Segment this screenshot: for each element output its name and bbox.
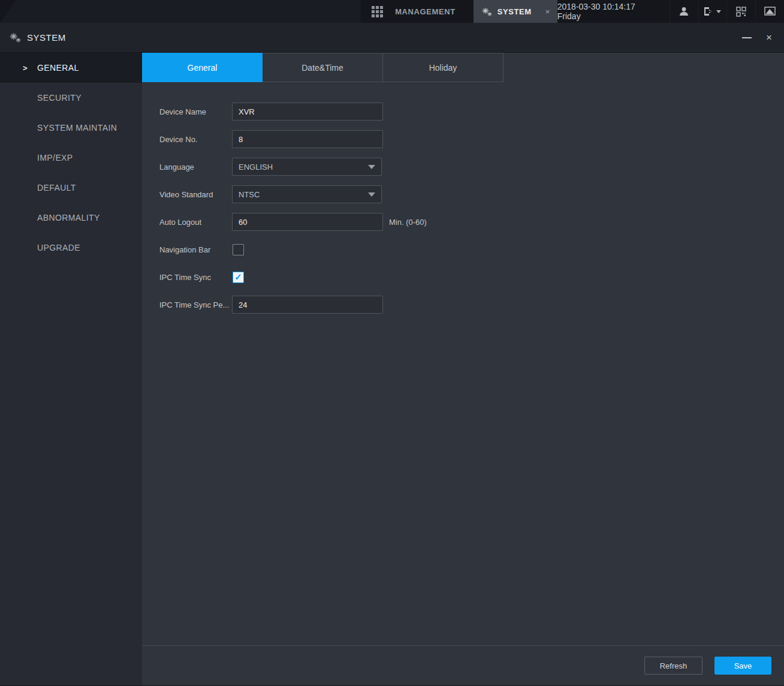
- auto-logout-unit-hint: Min. (0-60): [389, 218, 427, 227]
- tab-label: Holiday: [429, 63, 457, 73]
- footer-bar: Refresh Save: [142, 645, 784, 685]
- navigation-bar-checkbox[interactable]: [233, 244, 244, 255]
- tab-management[interactable]: MANAGEMENT: [394, 0, 474, 23]
- device-no-label: Device No.: [159, 135, 232, 144]
- chevron-down-icon: [368, 192, 375, 197]
- qr-code-icon: [736, 7, 746, 17]
- sidebar-item-abnormality[interactable]: ABNORMALITY: [0, 203, 142, 233]
- tab-system-label: SYSTEM: [497, 7, 532, 16]
- main-area: > GENERAL SECURITY SYSTEM MAINTAIN IMP/E…: [0, 53, 784, 685]
- ipc-time-sync-period-input[interactable]: [232, 296, 383, 314]
- auto-logout-input[interactable]: [232, 213, 383, 231]
- close-icon[interactable]: ×: [766, 32, 772, 43]
- video-standard-label: Video Standard: [159, 190, 232, 199]
- user-account-button[interactable]: [670, 0, 698, 23]
- device-name-input[interactable]: [232, 103, 383, 121]
- form-row-ipc-time-sync: IPC Time Sync ✓: [159, 268, 784, 286]
- sidebar-item-system-maintain[interactable]: SYSTEM MAINTAIN: [0, 113, 142, 143]
- apps-grid-icon: [372, 6, 383, 17]
- active-item-arrow-icon: >: [23, 64, 28, 73]
- gears-icon: [482, 7, 492, 16]
- chevron-down-icon: [368, 165, 375, 169]
- navigation-bar-label: Navigation Bar: [159, 245, 232, 254]
- language-label: Language: [159, 163, 232, 172]
- tab-label: Date&Time: [301, 63, 343, 73]
- sidebar-item-security[interactable]: SECURITY: [0, 83, 142, 113]
- content-tabs: General Date&Time Holiday: [142, 53, 784, 82]
- ipc-time-sync-label: IPC Time Sync: [159, 273, 232, 282]
- sidebar-item-label: UPGRADE: [37, 243, 80, 252]
- tab-system-close-icon[interactable]: ×: [545, 7, 550, 16]
- monitor-icon: [764, 7, 776, 16]
- sidebar-item-label: IMP/EXP: [37, 153, 73, 163]
- video-standard-select[interactable]: NTSC: [232, 185, 382, 203]
- form-row-device-name: Device Name: [159, 103, 784, 121]
- auto-logout-label: Auto Logout: [159, 218, 232, 227]
- language-select[interactable]: ENGLISH: [232, 158, 382, 176]
- display-settings-button[interactable]: [755, 0, 784, 23]
- top-bar: MANAGEMENT SYSTEM × 2018-03-30 10:14:17 …: [0, 0, 784, 23]
- content-panel: General Date&Time Holiday Device Name De…: [142, 53, 784, 685]
- form-row-auto-logout: Auto Logout Min. (0-60): [159, 213, 784, 231]
- form-row-ipc-time-sync-period: IPC Time Sync Pe...: [159, 296, 784, 314]
- sidebar: > GENERAL SECURITY SYSTEM MAINTAIN IMP/E…: [0, 53, 142, 685]
- video-standard-selected-value: NTSC: [239, 190, 260, 199]
- topbar-slant-divider: [0, 0, 361, 23]
- sidebar-item-label: SYSTEM MAINTAIN: [37, 123, 117, 133]
- sidebar-item-upgrade[interactable]: UPGRADE: [0, 233, 142, 263]
- tab-general[interactable]: General: [142, 53, 263, 82]
- tab-management-label: MANAGEMENT: [395, 7, 456, 16]
- form-row-video-standard: Video Standard NTSC: [159, 185, 784, 203]
- sidebar-item-label: SECURITY: [37, 93, 82, 103]
- checkmark-icon: ✓: [234, 272, 242, 281]
- sidebar-item-general[interactable]: > GENERAL: [0, 53, 142, 83]
- sidebar-item-label: ABNORMALITY: [37, 213, 100, 222]
- minimize-icon[interactable]: [742, 37, 752, 38]
- main-menu-button[interactable]: [361, 0, 394, 23]
- gears-icon: [10, 32, 21, 43]
- sidebar-item-label: DEFAULT: [37, 183, 76, 192]
- sidebar-item-imp-exp[interactable]: IMP/EXP: [0, 143, 142, 173]
- ipc-time-sync-checkbox[interactable]: ✓: [233, 272, 244, 283]
- form-row-navigation-bar: Navigation Bar: [159, 240, 784, 258]
- save-button[interactable]: Save: [714, 657, 771, 675]
- language-selected-value: ENGLISH: [239, 163, 273, 172]
- tab-system[interactable]: SYSTEM ×: [474, 0, 557, 23]
- refresh-button[interactable]: Refresh: [644, 657, 702, 675]
- tab-label: General: [188, 63, 218, 73]
- form-row-language: Language ENGLISH: [159, 158, 784, 176]
- tab-holiday[interactable]: Holiday: [383, 53, 503, 82]
- device-name-label: Device Name: [159, 107, 232, 116]
- clock-display: 2018-03-30 10:14:17 Friday: [557, 0, 670, 23]
- form-row-device-no: Device No.: [159, 130, 784, 148]
- window-title-bar: SYSTEM ×: [0, 23, 784, 53]
- logout-button[interactable]: [698, 0, 727, 23]
- window-title: SYSTEM: [27, 32, 66, 43]
- user-icon: [679, 6, 689, 17]
- ipc-time-sync-period-label: IPC Time Sync Pe...: [159, 300, 232, 309]
- logout-caret-icon: [716, 10, 721, 13]
- qr-code-button[interactable]: [726, 0, 755, 23]
- sidebar-item-label: GENERAL: [37, 63, 79, 73]
- logout-icon: [704, 7, 714, 16]
- general-settings-form: Device Name Device No. Language ENGLISH …: [142, 103, 784, 314]
- device-no-input[interactable]: [232, 130, 383, 148]
- tab-date-time[interactable]: Date&Time: [263, 53, 383, 82]
- sidebar-item-default[interactable]: DEFAULT: [0, 173, 142, 203]
